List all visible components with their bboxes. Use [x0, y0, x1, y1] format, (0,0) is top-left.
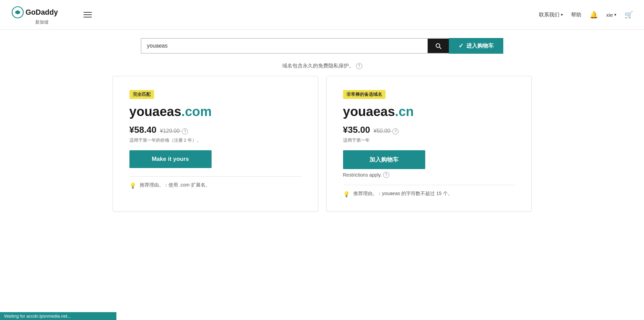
alt-match-badge: 非常棒的备选域名 — [343, 90, 386, 99]
godaddy-logo: GoDaddy — [11, 4, 73, 21]
exact-price-original: ¥129.00 ? — [160, 128, 188, 135]
exact-recommend-text: 推荐理由。：使用 .com 扩展名。 — [140, 182, 210, 188]
exact-match-badge: 完全匹配 — [129, 90, 154, 99]
alt-recommend-row: 💡 推荐理由。：youaeas 的字符数不超过 15 个。 — [343, 191, 515, 197]
exact-domain-name: youaeas.com — [129, 104, 301, 119]
alt-price-current: ¥35.00 — [343, 125, 370, 135]
header: GoDaddy 新加坡 联系我们 ▾ 帮助 🔔 xie ▾ 🛒 — [0, 0, 644, 30]
info-text: 域名包含永久的免费隐私保护。 — [282, 63, 354, 69]
info-bar: 域名包含永久的免费隐私保护。 ? — [0, 59, 644, 76]
search-button[interactable] — [428, 39, 449, 53]
user-menu-button[interactable]: xie ▾ — [606, 12, 616, 18]
exact-domain-ext: .com — [181, 104, 212, 119]
user-label: xie — [606, 12, 613, 18]
svg-text:GoDaddy: GoDaddy — [26, 8, 58, 16]
alt-domain-ext: .cn — [395, 104, 414, 119]
alt-match-card: 非常棒的备选域名 youaeas.cn ¥35.00 ¥50.00 ? 适用于第… — [326, 76, 532, 212]
alt-price-row: ¥35.00 ¥50.00 ? — [343, 125, 515, 135]
cart-button[interactable]: 🛒 — [624, 11, 633, 19]
cart-checkout-button[interactable]: ✓ 进入购物车 — [449, 38, 503, 54]
contact-label: 联系我们 — [539, 12, 559, 18]
alt-domain-base: youaeas — [343, 104, 395, 119]
notification-button[interactable]: 🔔 — [590, 11, 598, 19]
add-to-cart-button[interactable]: 加入购物车 — [343, 150, 425, 169]
contact-button[interactable]: 联系我们 ▾ — [539, 12, 563, 18]
domain-cards-section: 完全匹配 youaeas.com ¥58.40 ¥129.00 ? 适用于第一年… — [0, 76, 644, 225]
exact-recommend-row: 💡 推荐理由。：使用 .com 扩展名。 — [129, 182, 301, 189]
cart-icon: 🛒 — [624, 11, 633, 18]
menu-button[interactable] — [81, 9, 94, 20]
region-label: 新加坡 — [35, 19, 49, 25]
search-icon — [434, 42, 442, 50]
make-it-yours-button[interactable]: Make it yours — [129, 150, 212, 168]
exact-price-info-icon[interactable]: ? — [182, 128, 188, 135]
alt-card-divider — [343, 185, 515, 185]
bell-icon: 🔔 — [590, 11, 598, 18]
search-wrapper — [141, 38, 449, 54]
logo-area: GoDaddy 新加坡 — [11, 4, 73, 25]
exact-price-note: 适用于第一年的价格（注册 2 年）。 — [129, 137, 301, 143]
help-button[interactable]: 帮助 — [571, 12, 581, 18]
help-label: 帮助 — [571, 12, 581, 17]
alt-price-info-icon[interactable]: ? — [392, 128, 399, 135]
alt-recommend-text: 推荐理由。：youaeas 的字符数不超过 15 个。 — [353, 191, 453, 197]
restrictions-text: Restrictions apply. ? — [343, 172, 515, 178]
exact-match-card: 完全匹配 youaeas.com ¥58.40 ¥129.00 ? 适用于第一年… — [113, 76, 318, 212]
bulb-icon: 💡 — [129, 182, 136, 189]
alt-domain-name: youaeas.cn — [343, 104, 515, 119]
header-right: 联系我们 ▾ 帮助 🔔 xie ▾ 🛒 — [539, 11, 633, 19]
restrictions-info-icon[interactable]: ? — [383, 172, 389, 178]
exact-price-row: ¥58.40 ¥129.00 ? — [129, 125, 301, 135]
search-input[interactable] — [141, 39, 428, 53]
cart-checkout-label: 进入购物车 — [466, 42, 494, 50]
exact-price-current: ¥58.40 — [129, 125, 157, 135]
info-icon[interactable]: ? — [356, 63, 362, 69]
bulb-icon-alt: 💡 — [343, 191, 350, 197]
card-divider — [129, 176, 301, 177]
chevron-down-icon: ▾ — [614, 12, 616, 17]
alt-price-original: ¥50.00 ? — [374, 128, 399, 135]
chevron-down-icon: ▾ — [561, 12, 563, 17]
search-section: ✓ 进入购物车 — [0, 30, 644, 59]
exact-domain-base: youaeas — [129, 104, 181, 119]
check-icon: ✓ — [458, 42, 464, 50]
hamburger-icon — [84, 12, 92, 17]
alt-price-note: 适用于第一年 — [343, 137, 515, 143]
